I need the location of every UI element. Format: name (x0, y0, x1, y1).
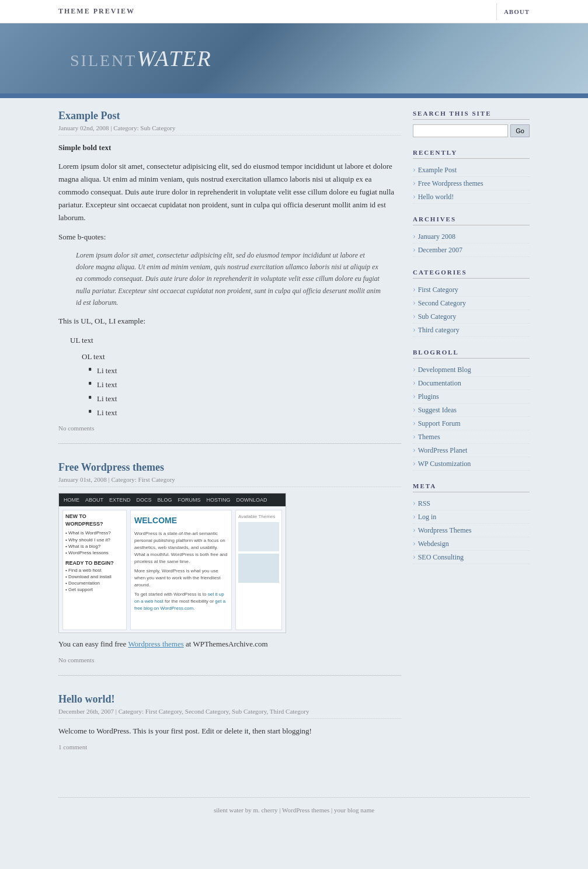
blue-bar (0, 93, 588, 98)
list-item: Suggest Ideas (413, 404, 530, 417)
blogroll-link[interactable]: Development Blog (413, 365, 530, 374)
recently-list: Example Post Free Wordpress themes Hello… (413, 164, 530, 204)
widget-search: SEARCH THIS SITE Go (413, 110, 530, 137)
widget-meta: META RSS Log in Wordpress Themes Webdesi… (413, 482, 530, 564)
list-item: Sub Category (413, 310, 530, 324)
blogroll-link[interactable]: Support Forum (413, 419, 530, 428)
post-comments-hello-world: 1 comment (58, 743, 401, 750)
list-item: Hello world! (413, 190, 530, 204)
main-content: Example Post January 02nd, 2008 | Catego… (58, 110, 401, 780)
blogroll-link[interactable]: Documentation (413, 378, 530, 388)
post-title-link-example[interactable]: Example Post (58, 110, 120, 121)
banner-text: SILENTWATER (70, 46, 212, 71)
meta-list: RSS Log in Wordpress Themes Webdesign SE… (413, 497, 530, 564)
blogroll-link[interactable]: WordPress Planet (413, 446, 530, 455)
blogroll-list: Development Blog Documentation Plugins S… (413, 363, 530, 471)
category-link[interactable]: Third category (413, 325, 530, 335)
blogroll-link[interactable]: Suggest Ideas (413, 405, 530, 415)
post-content-hello-world: Welcome to WordPress. This is your first… (58, 725, 401, 738)
post-title-example: Example Post (58, 110, 401, 122)
archive-link[interactable]: December 2007 (413, 245, 530, 255)
post-title-hello-world: Hello world! (58, 693, 401, 705)
post-meta-example: January 02nd, 2008 | Category: Sub Categ… (58, 124, 401, 135)
site-banner: SILENTWATER (0, 23, 588, 93)
post-meta-hello-world: December 26th, 2007 | Category: First Ca… (58, 708, 401, 719)
list-item: First Category (413, 283, 530, 297)
list-item: RSS (413, 497, 530, 510)
post-content-example: Simple bold text Lorem ipsum dolor sit a… (58, 141, 401, 420)
widget-recently: RECENTLY Example Post Free Wordpress the… (413, 149, 530, 204)
sidebar: SEARCH THIS SITE Go RECENTLY Example Pos… (413, 110, 530, 780)
meta-link[interactable]: SEO Consulting (413, 552, 530, 562)
list-item: Free Wordpress themes (413, 177, 530, 190)
list-item: Documentation (413, 377, 530, 390)
wordpress-themes-link[interactable]: Wordpress themes (128, 639, 183, 648)
widget-archives: ARCHIVES January 2008 December 2007 (413, 215, 530, 257)
category-link[interactable]: Second Category (413, 298, 530, 308)
archives-list: January 2008 December 2007 (413, 230, 530, 257)
post-bold-heading: Simple bold text (58, 143, 111, 152)
widget-search-title: SEARCH THIS SITE (413, 110, 530, 120)
nav-about[interactable]: ABOUT (496, 4, 530, 20)
list-item: WP Customization (413, 457, 530, 471)
search-button[interactable]: Go (510, 124, 530, 137)
post-title-free-themes: Free Wordpress themes (58, 461, 401, 474)
list-item: Example Post (413, 164, 530, 177)
widget-meta-title: META (413, 482, 530, 492)
blogroll-link[interactable]: Themes (413, 432, 530, 442)
site-footer: silent water by m. cherry | WordPress th… (58, 797, 530, 822)
list-item: ■Li text (89, 378, 401, 392)
category-link[interactable]: Sub Category (413, 312, 530, 321)
post-hello-world: Hello world! December 26th, 2007 | Categ… (58, 693, 401, 762)
post-meta-free-themes: January 01st, 2008 | Category: First Cat… (58, 476, 401, 487)
list-item: Plugins (413, 390, 530, 404)
ul-text: UL text (70, 333, 401, 347)
list-item: January 2008 (413, 230, 530, 244)
post-blockquote: Lorem ipsum dolor sit amet, consectetur … (70, 249, 389, 309)
search-box: Go (413, 124, 530, 137)
meta-link[interactable]: Log in (413, 512, 530, 522)
list-label: This is UL, OL, LI example: (58, 315, 401, 328)
ol-text: OL text (82, 350, 401, 364)
list-item: WordPress Planet (413, 444, 530, 457)
list-item: Log in (413, 510, 530, 524)
site-title: THEME PREVIEW (58, 0, 135, 23)
meta-link[interactable]: Wordpress Themes (413, 526, 530, 535)
widget-archives-title: ARCHIVES (413, 215, 530, 225)
recently-link[interactable]: Hello world! (413, 192, 530, 201)
category-link[interactable]: First Category (413, 285, 530, 294)
categories-list: First Category Second Category Sub Categ… (413, 283, 530, 337)
blogroll-link[interactable]: WP Customization (413, 459, 530, 468)
widget-recently-title: RECENTLY (413, 149, 530, 159)
list-item: Support Forum (413, 417, 530, 430)
meta-link[interactable]: RSS (413, 499, 530, 508)
list-item: Second Category (413, 297, 530, 310)
footer-text: silent water by m. cherry | WordPress th… (214, 807, 374, 814)
list-item: ■Li text (89, 392, 401, 406)
recently-link[interactable]: Free Wordpress themes (413, 179, 530, 188)
post-free-themes: Free Wordpress themes January 01st, 2008… (58, 461, 401, 676)
meta-link[interactable]: Webdesign (413, 539, 530, 548)
list-item: ■Li text (89, 406, 401, 420)
list-item: SEO Consulting (413, 551, 530, 564)
blogroll-link[interactable]: Plugins (413, 392, 530, 401)
list-item: Webdesign (413, 537, 530, 551)
search-input[interactable] (413, 124, 508, 137)
post-no-comments-free-themes: No comments (58, 656, 401, 663)
list-item: ■Li text (89, 364, 401, 378)
post-content-free-themes: HOME ABOUT EXTEND DOCS BLOG FORUMS HOSTI… (58, 493, 401, 651)
banner-silent: SILENT (70, 51, 137, 69)
widget-categories-title: CATEGORIES (413, 269, 530, 279)
post-example: Example Post January 02nd, 2008 | Catego… (58, 110, 401, 444)
list-item: Themes (413, 430, 530, 444)
widget-blogroll-title: BLOGROLL (413, 349, 530, 359)
post-image-free-themes: HOME ABOUT EXTEND DOCS BLOG FORUMS HOSTI… (58, 493, 286, 633)
recently-link[interactable]: Example Post (413, 165, 530, 175)
post-title-link-hello-world[interactable]: Hello world! (58, 693, 115, 705)
widget-categories: CATEGORIES First Category Second Categor… (413, 269, 530, 337)
list-item: Third category (413, 324, 530, 337)
list-item: December 2007 (413, 244, 530, 257)
post-body-text: Lorem ipsum dolor sit amet, consectetur … (58, 160, 401, 224)
archive-link[interactable]: January 2008 (413, 232, 530, 241)
post-title-link-free-themes[interactable]: Free Wordpress themes (58, 461, 164, 473)
